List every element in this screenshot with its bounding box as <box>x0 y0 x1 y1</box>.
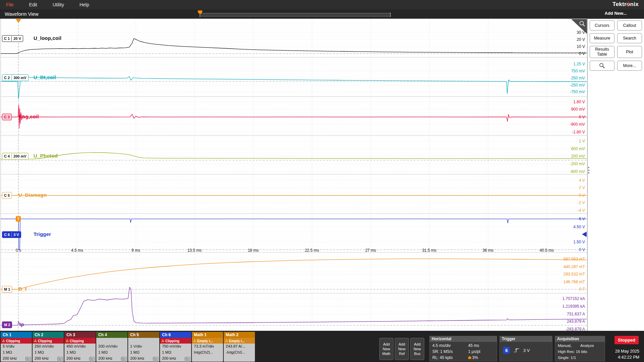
warning-label: Clipping <box>70 339 84 343</box>
channel-flag-ch3[interactable]: C 3 <box>2 114 12 120</box>
axis-label-ch4: -200 mV <box>525 162 585 166</box>
trigger-level-value: 3 V <box>523 348 530 353</box>
channel-flag-scale: 3 V <box>11 232 21 237</box>
bandwidth-icon: Bw <box>57 357 63 361</box>
channel-badge-math-1[interactable]: Math 1⚠Empty i...73.3 mT/divIntg(Ch2)... <box>192 332 223 362</box>
warning-icon: ⚠ <box>66 339 69 343</box>
record-view-scrollbar[interactable] <box>200 13 390 16</box>
sidebar-button-measure[interactable]: Measure <box>590 33 614 43</box>
warning-label: Empty i... <box>197 339 213 343</box>
channel-badge-math-2[interactable]: Math 2⚠Empty i...243.87 A/...-Intg(Ch3..… <box>224 332 255 362</box>
horizontal-value: 1 µs/pt <box>468 349 494 355</box>
channel-flag-id: C 4 <box>2 154 11 159</box>
magnifier-icon <box>579 20 586 27</box>
waveform-graticule[interactable] <box>0 19 587 331</box>
axis-label-m2: 243.879 A <box>525 319 585 323</box>
sidebar-button-results-table[interactable]: Results Table <box>590 46 614 58</box>
acquisition-pane-title: Acquisition <box>555 336 605 342</box>
sidebar-button-callout[interactable]: Callout <box>617 20 642 31</box>
channel-badge-ch-2[interactable]: Ch 2⚠Clipping250 mV/div1 MΩ200 kHzBw <box>33 332 64 362</box>
waveform-label-m1: B_t <box>18 286 27 292</box>
axis-label-ch4: 600 mV <box>525 147 585 151</box>
add-add-new-ref-button[interactable]: Add New Ref <box>395 338 409 360</box>
warning-icon: ⚠ <box>2 339 5 343</box>
menu-item-help[interactable]: Help <box>79 2 89 7</box>
axis-label-m2: 731.637 A <box>525 312 585 316</box>
sidebar-button-search[interactable]: Search <box>617 33 642 43</box>
rising-edge-icon <box>513 348 520 353</box>
axis-label-ch3: 0 V <box>525 115 585 119</box>
warning-label: Empty i... <box>229 339 245 343</box>
channel-flag-m1[interactable]: M 1 <box>2 286 12 293</box>
channel-badge-ch-1[interactable]: Ch 1⚠Clipping5 V/div1 MΩ200 kHzBw <box>1 332 32 362</box>
channel-flag-scale: 20 V <box>11 36 23 41</box>
menu-item-edit[interactable]: Edit <box>29 2 37 7</box>
axis-label-ch6: 6 V <box>525 217 585 221</box>
axis-label-m1: 0 T <box>525 287 585 291</box>
channel-flag-ch2[interactable]: C 2300 mV <box>2 74 29 81</box>
channel-badge-ch-6[interactable]: Ch 6⚠Clipping750 mV/div1 MΩ200 kHzBw <box>160 332 191 362</box>
channel-badge-ch-3[interactable]: Ch 3⚠Clipping450 mV/div1 MΩ200 kHzBw <box>64 332 96 362</box>
sidebar-button-cursors[interactable]: Cursors <box>590 20 614 31</box>
channel-flag-ch6[interactable]: C 63 V <box>2 231 21 238</box>
channel-badge-title: Ch 1 <box>1 332 32 338</box>
channel-setting: 1 MΩ <box>33 350 64 356</box>
channel-flag-scale: 300 mV <box>11 75 28 80</box>
channel-setting: 1 MΩ <box>1 350 32 356</box>
channel-flag-m2[interactable]: M 2 <box>2 321 12 328</box>
channel-warning-strip: ⚠Clipping <box>160 338 191 344</box>
axis-label-ch1: 10 V <box>525 45 585 49</box>
trigger-source-flag[interactable]: T <box>16 216 21 222</box>
axis-label-ch4: 200 mV <box>525 154 585 158</box>
warning-label: Clipping <box>165 339 179 343</box>
waveform-label-m2: Ip <box>19 321 24 327</box>
tekscope-app: { "menu_bar": { "items": ["File", "Edit"… <box>0 0 644 362</box>
bandwidth-icon: Bw <box>89 357 95 361</box>
sidebar-button-plot[interactable]: Plot <box>617 46 642 58</box>
waveform-view-title: Waveform View <box>5 11 39 17</box>
channel-setting: -Intg(Ch3... <box>224 350 255 356</box>
acquisition-single: Single: 1/1 <box>558 355 602 361</box>
horizontal-value: 45 ms <box>468 343 494 349</box>
channel-flag-ch5[interactable]: C 5 <box>2 192 12 199</box>
menu-item-file[interactable]: File <box>6 2 14 7</box>
menu-item-utility[interactable]: Utility <box>53 2 64 7</box>
axis-label-ch2: 250 mV <box>525 76 585 80</box>
channel-flag-ch1[interactable]: C 120 V <box>2 35 23 42</box>
waveform-label-ch2: U_Bt,coil <box>34 74 56 80</box>
time-axis-label: 13.5 ms <box>183 248 206 253</box>
more-button[interactable]: More... <box>617 61 642 71</box>
warning-label: Clipping <box>6 339 20 343</box>
horizontal-value: 4.5 ms/div <box>432 343 468 349</box>
axis-label-ch5: 4 V <box>525 178 585 182</box>
zoom-button[interactable] <box>590 61 614 71</box>
warning-icon: ⚠ <box>225 339 228 343</box>
time-axis-label: 31.5 ms <box>418 248 441 253</box>
channel-flag-ch4[interactable]: C 4200 mV <box>2 153 29 160</box>
horizontal-pane[interactable]: Horizontal 4.5 ms/div45 msSR: 1 MS/s1 µs… <box>429 336 497 361</box>
time-axis-label: 36 ms <box>476 248 500 253</box>
add-add-new-bus-button[interactable]: Add New Bus <box>410 338 424 360</box>
channel-setting: 250 mV/div <box>33 344 64 350</box>
sidebar-button-grid: CursorsCalloutMeasureSearchResults Table… <box>590 20 642 71</box>
channel-badge-title: Ch 6 <box>160 332 191 338</box>
waveform-label-ch6: Trigger <box>34 231 51 237</box>
time-axis-label: 18 ms <box>241 248 265 253</box>
axis-label-m2: -243.879 A <box>525 327 585 331</box>
channel-warning-strip: ⚠Empty i... <box>192 338 223 344</box>
axis-label-m1: 146.766 mT <box>525 280 585 284</box>
channel-badge-ch-5[interactable]: Ch 51 V/div1 MΩ200 kHzBw <box>128 332 159 362</box>
panel-splitter-handle[interactable] <box>588 167 589 174</box>
axis-label-ch5: -4 V <box>525 208 585 213</box>
run-stop-button[interactable]: Stopped <box>614 336 639 344</box>
acquisition-analyze: Analyze <box>580 343 594 349</box>
acquisition-pane[interactable]: Acquisition Manual, Analyze High Res: 16… <box>555 336 605 361</box>
axis-label-ch3: -1.80 V <box>525 130 585 134</box>
axis-label-ch1: 0 V <box>525 52 585 56</box>
trigger-pane[interactable]: Trigger 6 3 V <box>499 336 552 361</box>
axis-label-m2: 1.219395 kA <box>525 304 585 308</box>
tektronix-logo-text: Tektronix <box>612 1 639 7</box>
add-new-button[interactable]: Add New... <box>587 11 644 16</box>
add-add-new-math-button[interactable]: Add New Math <box>379 338 393 360</box>
channel-badge-ch-4[interactable]: Ch 4200 mV/div1 MΩ200 kHzBw <box>96 332 127 362</box>
